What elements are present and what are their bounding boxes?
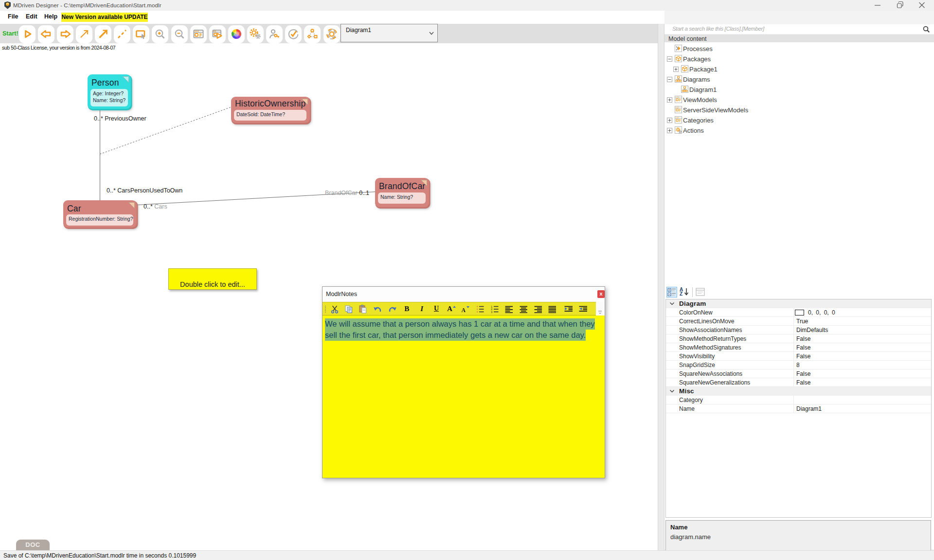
- svg-text:3: 3: [491, 311, 492, 313]
